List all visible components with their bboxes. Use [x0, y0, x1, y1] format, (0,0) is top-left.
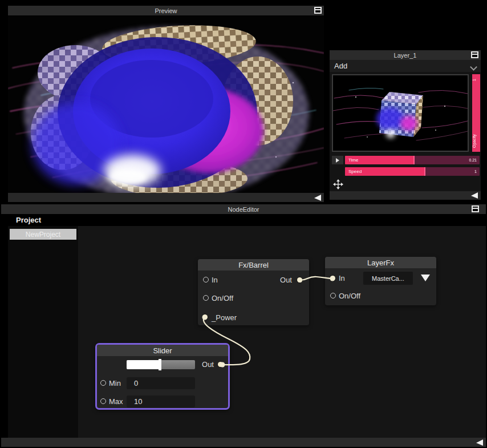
layer-panel: Layer_1 Add	[330, 50, 481, 200]
editor-sidebar: NewProject	[8, 226, 78, 438]
time-slider[interactable]: Time 0.21	[345, 156, 480, 164]
add-dropdown[interactable]: Add	[330, 60, 481, 72]
sidebar-item-newproject[interactable]: NewProject	[10, 229, 76, 240]
dropdown-caret-icon[interactable]	[421, 275, 430, 281]
port-max-label: Max	[109, 397, 123, 406]
node-layerfx-title: LayerFx	[367, 259, 394, 267]
time-slider-label: Time	[348, 158, 358, 163]
move-handle[interactable]	[333, 179, 343, 189]
tab-project[interactable]: Project	[16, 216, 41, 224]
port-onoff-label: On/Off	[212, 294, 233, 302]
window-layout-icon[interactable]	[472, 205, 479, 212]
layerfx-source-dropdown-value: MasterCa...	[372, 275, 404, 282]
time-slider-value: 0.21	[469, 158, 477, 162]
port-out[interactable]	[218, 362, 223, 367]
slider-track-fill	[127, 360, 160, 369]
layer-titlebar[interactable]: Layer_1	[330, 50, 481, 60]
slider-track[interactable]	[127, 360, 195, 369]
node-editor-title: NodeEditor	[228, 206, 259, 213]
node-slider-title: Slider	[153, 346, 172, 355]
node-slider-selected[interactable]: Slider Out Min 0 Max 10	[95, 343, 230, 410]
port-power[interactable]	[202, 314, 208, 320]
speed-slider-label: Speed	[348, 169, 362, 174]
node-fx-barrel[interactable]: Fx/Barrel In Out On/Off _Power	[198, 259, 309, 325]
port-out[interactable]	[297, 277, 302, 282]
node-canvas[interactable]: Fx/Barrel In Out On/Off _Power LayerFx I…	[78, 226, 486, 438]
node-editor-titlebar[interactable]: NodeEditor	[1, 204, 486, 214]
node-layerfx-header[interactable]: LayerFx	[325, 257, 436, 268]
opacity-label: Opacity	[472, 131, 480, 151]
layer-thumbnail-area: 1 Opacity	[330, 72, 481, 155]
port-in[interactable]	[203, 277, 209, 282]
preview-render-image	[8, 15, 324, 193]
preview-resize-grip-icon[interactable]	[314, 195, 321, 201]
layer-thumbnail[interactable]	[332, 74, 469, 152]
layerfx-source-dropdown[interactable]: MasterCa...	[363, 272, 413, 285]
port-power-label: _Power	[212, 313, 237, 322]
node-fx-barrel-title: Fx/Barrel	[238, 261, 269, 269]
layer-bottom-bar	[330, 191, 481, 200]
play-button[interactable]	[332, 156, 343, 164]
editor-left-gap	[1, 226, 8, 438]
port-in-label: In	[212, 276, 218, 284]
port-in[interactable]	[330, 276, 335, 281]
add-dropdown-label: Add	[334, 62, 347, 70]
layer-resize-grip-icon[interactable]	[471, 192, 478, 199]
opacity-value: 1	[472, 75, 480, 84]
node-slider-header[interactable]: Slider	[97, 345, 228, 356]
port-onoff[interactable]	[203, 295, 209, 301]
node-editor-panel: NodeEditor Project NewProject Fx/Barrel …	[1, 204, 486, 447]
port-out-label: Out	[202, 360, 214, 369]
play-icon	[336, 158, 339, 163]
port-out-label: Out	[280, 276, 292, 284]
layer-thumbnail-image	[333, 75, 468, 151]
node-layerfx[interactable]: LayerFx In MasterCa... On/Off	[325, 257, 436, 305]
opacity-slider[interactable]: 1 Opacity	[472, 74, 480, 152]
project-tab-row: Project	[1, 214, 486, 226]
app-window: Preview	[0, 0, 487, 448]
port-max[interactable]	[100, 398, 106, 404]
speed-slider-value: 1	[474, 169, 477, 173]
slider-thumb[interactable]	[159, 359, 161, 370]
port-onoff-label: On/Off	[339, 292, 360, 300]
preview-titlebar[interactable]: Preview	[8, 6, 324, 15]
window-layout-icon[interactable]	[314, 7, 322, 14]
max-value-field[interactable]: 10	[127, 395, 195, 407]
max-value: 10	[134, 397, 142, 406]
min-value: 0	[134, 379, 138, 388]
port-min-label: Min	[109, 379, 121, 388]
port-onoff[interactable]	[330, 293, 336, 298]
editor-bottom-bar	[1, 438, 486, 447]
window-layout-icon[interactable]	[471, 51, 478, 58]
speed-slider[interactable]: Speed 1	[345, 167, 480, 176]
chevron-down-icon	[471, 64, 476, 70]
preview-panel: Preview	[8, 6, 324, 202]
min-value-field[interactable]: 0	[127, 377, 195, 389]
preview-bottom-bar	[8, 193, 324, 202]
port-min[interactable]	[100, 380, 106, 386]
preview-title: Preview	[155, 7, 177, 14]
node-fx-barrel-header[interactable]: Fx/Barrel	[198, 259, 309, 271]
port-in-label: In	[339, 274, 345, 282]
layer-title: Layer_1	[394, 52, 417, 59]
preview-render-view	[8, 15, 324, 193]
editor-resize-grip-icon[interactable]	[476, 439, 483, 446]
move-arrows-icon	[333, 179, 343, 189]
